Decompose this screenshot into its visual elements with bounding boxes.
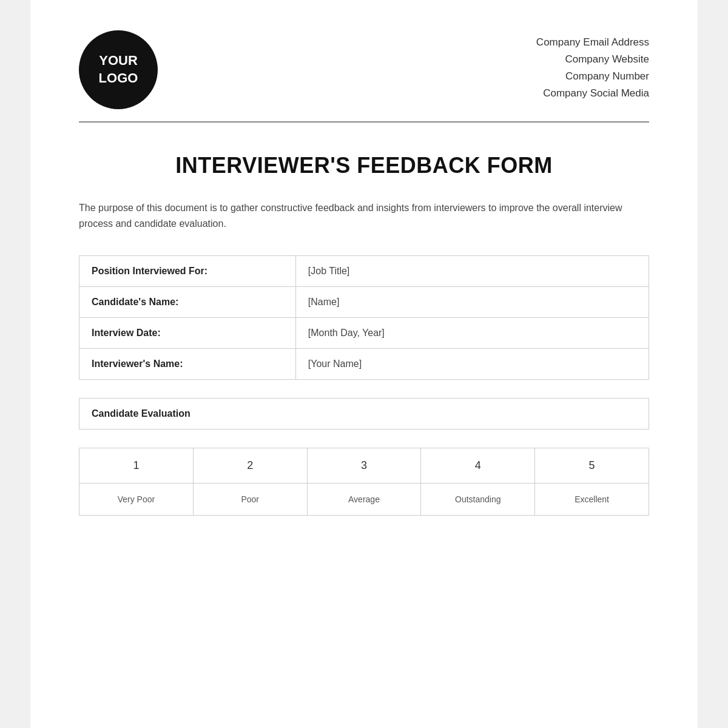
field-label: Interview Date: [79, 318, 296, 349]
field-label: Position Interviewed For: [79, 256, 296, 287]
rating-label: Excellent [535, 484, 649, 516]
rating-number: 3 [307, 448, 421, 484]
form-description: The purpose of this document is to gathe… [79, 200, 649, 231]
rating-label: Average [307, 484, 421, 516]
rating-number: 4 [421, 448, 535, 484]
evaluation-header-label: Candidate Evaluation [79, 399, 649, 430]
table-row: Candidate Evaluation [79, 399, 649, 430]
rating-number: 2 [193, 448, 307, 484]
table-row: Candidate's Name: [Name] [79, 287, 649, 318]
page: YOUR LOGO Company Email Address Company … [30, 0, 698, 728]
field-value: [Name] [295, 287, 649, 318]
field-value: [Your Name] [295, 349, 649, 380]
rating-numbers-row: 1 2 3 4 5 [79, 448, 649, 484]
company-number: Company Number [536, 70, 649, 83]
company-email: Company Email Address [536, 36, 649, 49]
info-table: Position Interviewed For: [Job Title] Ca… [79, 255, 649, 380]
rating-label: Outstanding [421, 484, 535, 516]
header-divider [79, 121, 649, 123]
rating-number: 1 [79, 448, 194, 484]
company-logo: YOUR LOGO [79, 30, 158, 109]
field-label: Interviewer's Name: [79, 349, 296, 380]
table-row: Interviewer's Name: [Your Name] [79, 349, 649, 380]
rating-number: 5 [535, 448, 649, 484]
company-info: Company Email Address Company Website Co… [536, 30, 649, 99]
field-value: [Job Title] [295, 256, 649, 287]
field-label: Candidate's Name: [79, 287, 296, 318]
rating-label: Poor [193, 484, 307, 516]
field-value: [Month Day, Year] [295, 318, 649, 349]
form-title: INTERVIEWER'S FEEDBACK FORM [79, 153, 649, 178]
rating-table: 1 2 3 4 5 Very Poor Poor Average Outstan… [79, 448, 649, 516]
rating-label: Very Poor [79, 484, 194, 516]
table-row: Position Interviewed For: [Job Title] [79, 256, 649, 287]
header: YOUR LOGO Company Email Address Company … [79, 30, 649, 109]
evaluation-header-table: Candidate Evaluation [79, 398, 649, 430]
rating-labels-row: Very Poor Poor Average Outstanding Excel… [79, 484, 649, 516]
company-social: Company Social Media [536, 87, 649, 99]
company-website: Company Website [536, 53, 649, 66]
table-row: Interview Date: [Month Day, Year] [79, 318, 649, 349]
